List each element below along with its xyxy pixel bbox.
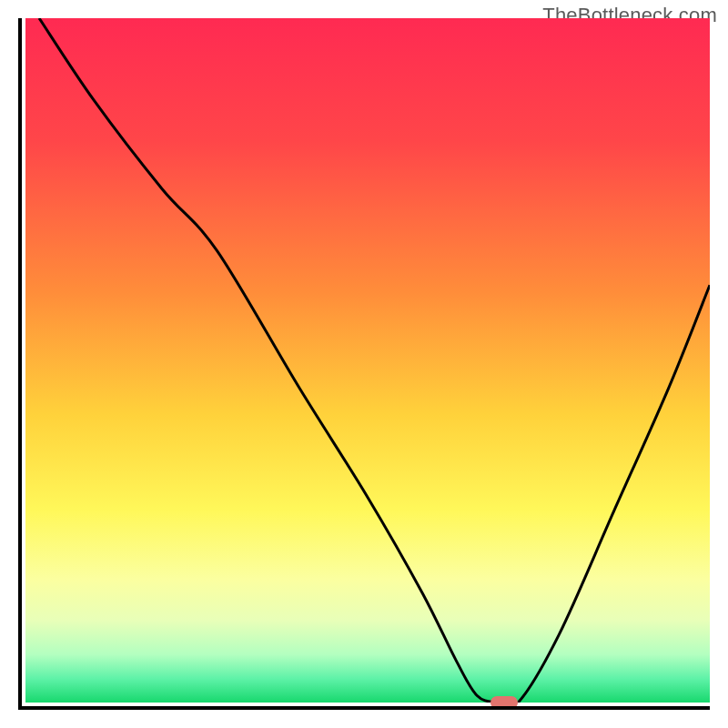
optimal-marker [490, 696, 518, 706]
plot-area [25, 18, 710, 706]
chart-canvas: TheBottleneck.com [0, 0, 728, 728]
plot-frame [18, 18, 710, 710]
curve-layer [25, 18, 710, 703]
bottleneck-curve [39, 18, 710, 703]
